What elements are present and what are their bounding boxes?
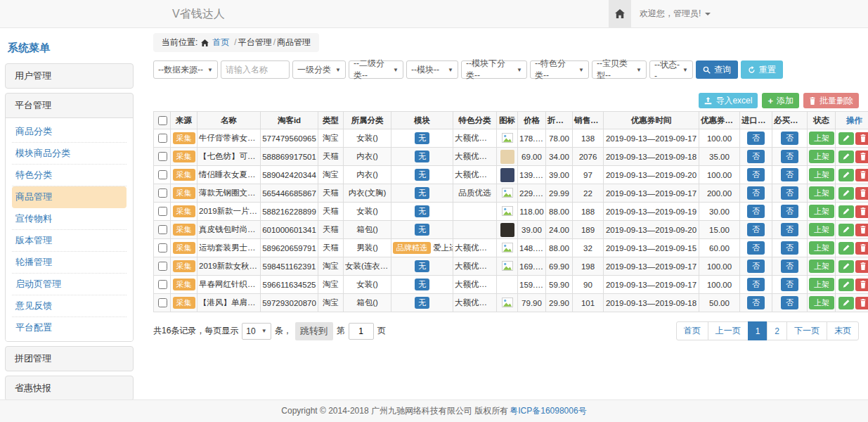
import-select-toggle[interactable]: 否	[747, 278, 765, 292]
filter-select[interactable]: --特色分类--▼	[530, 60, 589, 79]
per-page-select[interactable]: 10 ▼	[242, 323, 271, 340]
must-buy-toggle[interactable]: 否	[781, 186, 798, 200]
sidebar-subitem[interactable]: 启动页管理	[12, 274, 127, 295]
row-checkbox[interactable]	[158, 188, 167, 198]
sidebar-group-heading[interactable]: 平台管理	[6, 94, 133, 117]
edit-button[interactable]	[838, 260, 854, 273]
row-checkbox[interactable]	[158, 225, 167, 234]
must-buy-toggle[interactable]: 否	[781, 241, 798, 255]
module-badge[interactable]: 品牌精选	[393, 242, 431, 255]
filter-select[interactable]: --宝贝类型--▼	[592, 60, 647, 79]
status-badge[interactable]: 上架	[809, 260, 834, 274]
filter-select[interactable]: --模块--▼	[406, 60, 458, 79]
icp-link[interactable]: 粤ICP备16098006号	[510, 405, 586, 417]
module-badge[interactable]: 无	[415, 151, 429, 163]
must-buy-toggle[interactable]: 否	[781, 205, 798, 219]
select-all-checkbox[interactable]	[158, 116, 167, 125]
status-badge[interactable]: 上架	[809, 278, 834, 292]
delete-button[interactable]	[855, 224, 868, 236]
import-select-toggle[interactable]: 否	[747, 168, 765, 182]
row-checkbox[interactable]	[158, 243, 167, 252]
row-checkbox[interactable]	[158, 280, 167, 289]
sidebar-subitem[interactable]: 平台配置	[12, 317, 127, 338]
sidebar-subitem[interactable]: 特色分类	[12, 165, 127, 186]
user-menu[interactable]: 欢迎您，管理员!	[631, 0, 719, 27]
sidebar-subitem[interactable]: 商品管理	[12, 186, 127, 208]
status-badge[interactable]: 上架	[809, 241, 834, 255]
search-button[interactable]: 查询	[696, 60, 738, 79]
batch-delete-button[interactable]: 批量删除	[803, 93, 859, 108]
import-select-toggle[interactable]: 否	[747, 241, 765, 255]
page-button[interactable]: 1	[748, 321, 768, 340]
status-badge[interactable]: 上架	[809, 223, 834, 237]
sidebar-subitem[interactable]: 宣传物料	[12, 208, 127, 230]
status-badge[interactable]: 上架	[809, 168, 834, 182]
page-button[interactable]: 上一页	[708, 321, 749, 340]
module-badge[interactable]: 无	[415, 205, 429, 218]
import-excel-button[interactable]: 导入excel	[699, 93, 758, 108]
page-number-input[interactable]	[349, 323, 374, 340]
row-checkbox[interactable]	[158, 262, 167, 271]
delete-button[interactable]	[855, 279, 868, 291]
module-badge[interactable]: 无	[415, 132, 429, 145]
import-select-toggle[interactable]: 否	[747, 150, 765, 164]
page-button[interactable]: 下一页	[786, 321, 827, 340]
delete-button[interactable]	[855, 132, 868, 145]
import-select-toggle[interactable]: 否	[747, 296, 765, 310]
filter-select[interactable]: --模块下分类--▼	[461, 60, 527, 79]
reset-button[interactable]: 重置	[741, 60, 783, 79]
page-button[interactable]: 末页	[827, 321, 859, 340]
status-badge[interactable]: 上架	[809, 296, 834, 310]
delete-button[interactable]	[855, 151, 868, 163]
add-button[interactable]: + 添加	[762, 93, 799, 108]
import-select-toggle[interactable]: 否	[747, 186, 765, 200]
page-button[interactable]: 2	[767, 321, 787, 340]
module-badge[interactable]: 无	[415, 224, 429, 236]
delete-button[interactable]	[855, 187, 868, 200]
row-checkbox[interactable]	[158, 152, 167, 161]
delete-button[interactable]	[855, 205, 868, 218]
must-buy-toggle[interactable]: 否	[781, 296, 798, 310]
edit-button[interactable]	[838, 187, 854, 200]
edit-button[interactable]	[838, 279, 854, 291]
sidebar-subitem[interactable]: 意见反馈	[12, 295, 127, 317]
edit-button[interactable]	[838, 169, 854, 181]
must-buy-toggle[interactable]: 否	[781, 223, 798, 237]
must-buy-toggle[interactable]: 否	[781, 278, 798, 292]
delete-button[interactable]	[855, 297, 868, 309]
page-button[interactable]: 首页	[676, 321, 708, 340]
edit-button[interactable]	[838, 132, 854, 145]
module-badge[interactable]: 无	[415, 297, 429, 309]
delete-button[interactable]	[855, 169, 868, 181]
filter-select[interactable]: --数据来源--▼	[153, 60, 218, 79]
jump-to-button[interactable]: 跳转到	[295, 322, 333, 340]
sidebar-group-heading[interactable]: 用户管理	[6, 64, 133, 88]
module-badge[interactable]: 无	[415, 169, 429, 181]
home-button[interactable]	[609, 0, 631, 27]
module-badge[interactable]: 无	[415, 260, 429, 273]
must-buy-toggle[interactable]: 否	[781, 168, 798, 182]
status-badge[interactable]: 上架	[809, 150, 834, 164]
delete-button[interactable]	[855, 260, 868, 273]
must-buy-toggle[interactable]: 否	[781, 260, 798, 274]
import-select-toggle[interactable]: 否	[747, 132, 765, 146]
sidebar-group-heading[interactable]: 拼团管理	[6, 347, 133, 371]
status-badge[interactable]: 上架	[809, 132, 834, 146]
filter-select[interactable]: --状态--▼	[649, 60, 693, 79]
must-buy-toggle[interactable]: 否	[781, 150, 798, 164]
edit-button[interactable]	[838, 151, 854, 163]
edit-button[interactable]	[838, 224, 854, 236]
row-checkbox[interactable]	[158, 298, 167, 307]
edit-button[interactable]	[838, 242, 854, 255]
row-checkbox[interactable]	[158, 207, 167, 216]
edit-button[interactable]	[838, 297, 854, 309]
edit-button[interactable]	[838, 205, 854, 218]
breadcrumb-home-link[interactable]: 首页	[212, 37, 229, 49]
filter-select[interactable]: 一级分类▼	[292, 60, 346, 79]
module-badge[interactable]: 无	[415, 187, 429, 200]
sidebar-group-heading[interactable]: 省惠快报	[6, 376, 133, 400]
sidebar-subitem[interactable]: 模块商品分类	[12, 143, 127, 165]
delete-button[interactable]	[855, 242, 868, 255]
import-select-toggle[interactable]: 否	[747, 205, 765, 219]
must-buy-toggle[interactable]: 否	[781, 132, 798, 146]
